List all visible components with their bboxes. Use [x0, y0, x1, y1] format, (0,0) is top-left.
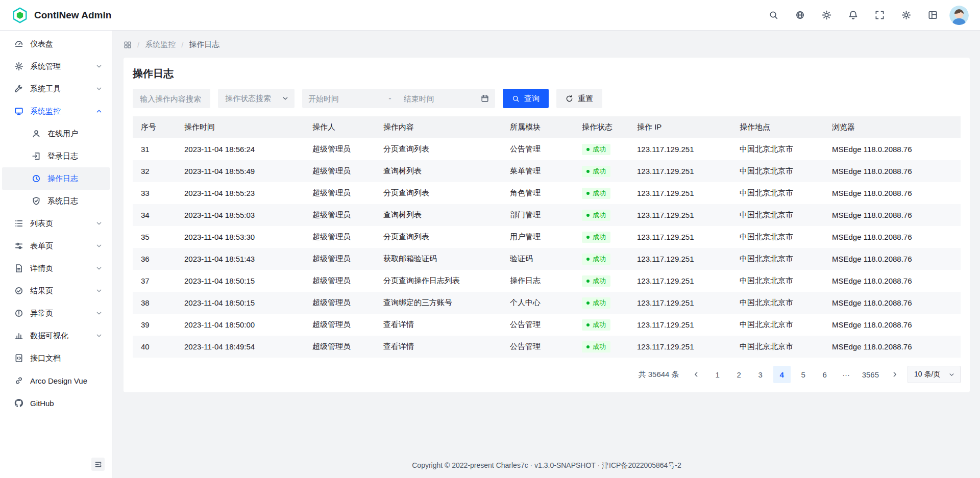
cell-location: 中国北京北京市: [731, 314, 824, 336]
page-button-4-active[interactable]: 4: [773, 366, 791, 383]
sidebar-item-label: 列表页: [30, 219, 89, 229]
cell-module: 公告管理: [502, 336, 574, 358]
cell-status: 成功: [574, 160, 629, 182]
cell-ip: 123.117.129.251: [629, 204, 731, 226]
content-search-input[interactable]: [133, 89, 210, 108]
search-icon: [512, 95, 520, 103]
status-dot-icon: [586, 148, 590, 151]
sidebar-item-label: GitHub: [30, 399, 103, 408]
cell-location: 中国北京北京市: [731, 160, 824, 182]
translate-button[interactable]: [790, 6, 810, 25]
sidebar-item-login-logs[interactable]: 登录日志: [2, 145, 110, 167]
page-button-1[interactable]: 1: [709, 366, 726, 383]
sidebar-item-arco-design-vue[interactable]: Arco Design Vue: [2, 369, 110, 392]
chevron-left-icon: [693, 371, 700, 378]
chart-icon: [14, 331, 23, 340]
status-badge: 成功: [582, 254, 610, 265]
cell-content: 查询树列表: [375, 204, 502, 226]
breadcrumb-item-system-monitor[interactable]: 系统监控: [145, 40, 176, 49]
cell-ip: 123.117.129.251: [629, 248, 731, 270]
status-select[interactable]: 操作状态搜索: [218, 89, 295, 108]
status-badge: 成功: [582, 275, 610, 287]
date-end-input[interactable]: [404, 94, 478, 103]
cell-browser: MSEdge 118.0.2088.76: [824, 248, 961, 270]
sidebar-item-system-logs[interactable]: 系统日志: [2, 190, 110, 212]
sidebar-group-exception-pages[interactable]: 异常页: [2, 302, 110, 324]
search-button[interactable]: [764, 6, 783, 25]
sidebar-collapse-button[interactable]: [91, 458, 105, 471]
page-button-5[interactable]: 5: [795, 366, 812, 383]
sidebar-item-api-docs[interactable]: 接口文档: [2, 347, 110, 369]
status-dot-icon: [586, 323, 590, 326]
cell-location: 中国北京北京市: [731, 248, 824, 270]
chevron-down-icon: [95, 85, 103, 92]
cell-location: 中国北京北京市: [731, 226, 824, 248]
cell-time: 2023-11-04 18:53:30: [176, 226, 304, 248]
sidebar-group-result-pages[interactable]: 结果页: [2, 280, 110, 302]
settings-button[interactable]: [896, 6, 916, 25]
page-button-3[interactable]: 3: [752, 366, 769, 383]
cell-module: 部门管理: [502, 204, 574, 226]
page-button-2[interactable]: 2: [730, 366, 748, 383]
brand[interactable]: ContiNew Admin: [11, 7, 111, 24]
sidebar-item-dashboard[interactable]: 仪表盘: [2, 33, 110, 55]
date-range-picker[interactable]: -: [302, 89, 495, 108]
theme-button[interactable]: [817, 6, 836, 25]
page-button-6[interactable]: 6: [816, 366, 834, 383]
chevron-down-icon: [95, 310, 103, 317]
header: ContiNew Admin: [0, 0, 980, 31]
column-header-operator: 操作人: [304, 116, 375, 138]
cell-content: 查看详情: [375, 314, 502, 336]
sidebar-group-list-pages[interactable]: 列表页: [2, 212, 110, 235]
page-size-value: 10 条/页: [914, 370, 940, 379]
notification-button[interactable]: [843, 6, 863, 25]
sidebar-group-system-monitor[interactable]: 系统监控: [2, 100, 110, 122]
cell-status: 成功: [574, 204, 629, 226]
sidebar-group-form-pages[interactable]: 表单页: [2, 235, 110, 257]
cell-operator: 超级管理员: [304, 314, 375, 336]
cell-operator: 超级管理员: [304, 160, 375, 182]
avatar[interactable]: [949, 6, 969, 25]
apps-icon[interactable]: [124, 41, 132, 49]
status-badge: 成功: [582, 188, 610, 199]
cell-location: 中国北京北京市: [731, 292, 824, 314]
fullscreen-button[interactable]: [870, 6, 889, 25]
table-row: 37 2023-11-04 18:50:15 超级管理员 分页查询操作日志列表 …: [133, 270, 961, 292]
sidebar-group-detail-pages[interactable]: 详情页: [2, 257, 110, 280]
table-row: 31 2023-11-04 18:56:24 超级管理员 分页查询列表 公告管理…: [133, 138, 961, 160]
sidebar-item-label: 登录日志: [47, 152, 103, 161]
cell-no: 39: [133, 314, 176, 336]
column-header-time: 操作时间: [176, 116, 304, 138]
cell-content: 查看详情: [375, 336, 502, 358]
api-doc-icon: [14, 354, 23, 363]
sun-icon: [822, 10, 831, 20]
status-badge: 成功: [582, 166, 610, 177]
cell-module: 个人中心: [502, 292, 574, 314]
cell-no: 31: [133, 138, 176, 160]
cell-content: 分页查询列表: [375, 226, 502, 248]
next-page-button[interactable]: [886, 366, 903, 383]
query-button-label: 查询: [524, 94, 540, 104]
date-start-input[interactable]: [308, 94, 382, 103]
status-badge: 成功: [582, 319, 610, 331]
sidebar-item-operation-logs[interactable]: 操作日志: [2, 167, 110, 190]
sidebar-item-online-users[interactable]: 在线用户: [2, 122, 110, 145]
cell-browser: MSEdge 118.0.2088.76: [824, 270, 961, 292]
chevron-down-icon: [95, 242, 103, 249]
page-button-3565[interactable]: 3565: [859, 366, 882, 383]
cell-browser: MSEdge 118.0.2088.76: [824, 226, 961, 248]
cell-browser: MSEdge 118.0.2088.76: [824, 182, 961, 204]
prev-page-button[interactable]: [688, 366, 705, 383]
sidebar-group-system-management[interactable]: 系统管理: [2, 55, 110, 78]
table-row: 34 2023-11-04 18:55:03 超级管理员 查询树列表 部门管理 …: [133, 204, 961, 226]
reset-button[interactable]: 重置: [556, 89, 602, 108]
page-ellipsis[interactable]: ···: [838, 366, 855, 383]
cell-no: 34: [133, 204, 176, 226]
sidebar-group-system-tools[interactable]: 系统工具: [2, 78, 110, 100]
page-size-select[interactable]: 10 条/页: [908, 366, 961, 383]
sidebar-group-data-visualization[interactable]: 数据可视化: [2, 324, 110, 347]
layout-button[interactable]: [923, 6, 942, 25]
query-button[interactable]: 查询: [503, 89, 549, 108]
sidebar-item-github[interactable]: GitHub: [2, 392, 110, 414]
form-icon: [14, 241, 23, 250]
